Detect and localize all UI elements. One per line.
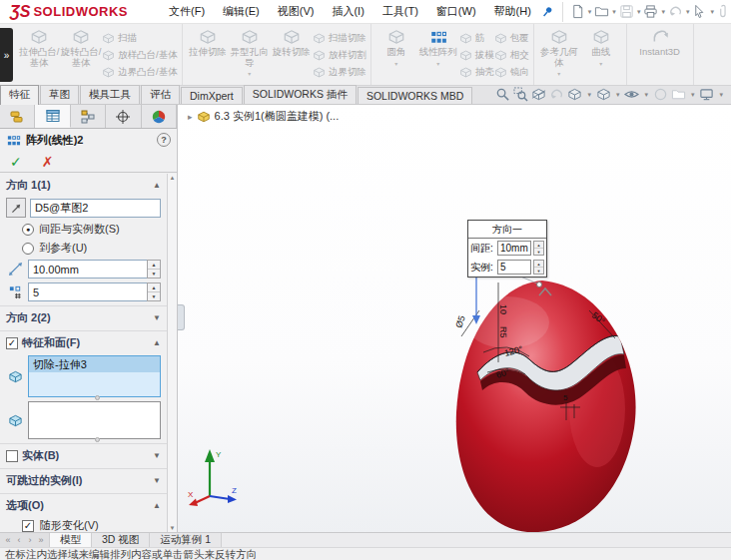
bodies-checkbox[interactable]: [6, 450, 18, 462]
list-item[interactable]: 切除-拉伸3: [29, 356, 160, 372]
direction1-callout[interactable]: 方向一 间距: 10mm ▲▼ 实例: 5 ▲▼: [467, 220, 547, 278]
callout-anchor[interactable]: [537, 282, 542, 287]
hide-show-items-icon[interactable]: [624, 87, 639, 102]
graphics-viewport[interactable]: ▸ 6.3 实例1(椭圆盖建模) (...: [178, 105, 731, 532]
spinner-up-icon[interactable]: ▲: [534, 261, 543, 268]
ribbon-button-boundary-boss[interactable]: 边界凸台/基体: [102, 64, 178, 81]
save-dropdown-icon[interactable]: ▾: [635, 8, 643, 16]
callout-spacing-input[interactable]: 10mm: [497, 241, 531, 256]
ribbon-button-rib[interactable]: 筋: [459, 30, 494, 47]
view-orientation-icon[interactable]: [567, 87, 582, 102]
ribbon-button-extruded-cut[interactable]: 拉伸切除: [187, 27, 229, 58]
radio-up-to-reference[interactable]: 到参考(U): [0, 239, 167, 258]
undo-dropdown-icon[interactable]: ▾: [684, 8, 692, 16]
pm-tab-dimxpertmanager[interactable]: [106, 105, 141, 128]
features-faces-checkbox[interactable]: ✓: [6, 337, 18, 349]
section-view-icon[interactable]: [531, 87, 546, 102]
dimension-5[interactable]: 5: [563, 393, 568, 402]
open-file-button[interactable]: [593, 2, 610, 22]
scroll-left-icon[interactable]: ‹: [14, 535, 24, 545]
spinner-down-icon[interactable]: ▼: [148, 292, 160, 300]
rebuild-button[interactable]: [716, 2, 731, 22]
save-button[interactable]: [618, 2, 635, 22]
dropdown-icon[interactable]: ▾: [557, 69, 560, 80]
print-dropdown-icon[interactable]: ▾: [659, 8, 667, 16]
print-button[interactable]: [642, 2, 659, 22]
section-instances-to-skip[interactable]: 可跳过的实例(I) ▼: [0, 468, 167, 491]
instance-count-stepper[interactable]: ▲▼: [147, 282, 161, 301]
panel-scrollbar[interactable]: ▲ ▼: [167, 174, 177, 532]
ribbon-button-extruded-boss[interactable]: 拉伸凸台/基体: [18, 27, 60, 68]
view-settings-dropdown-icon[interactable]: ▾: [717, 91, 725, 99]
spinner-up-icon[interactable]: ▲: [534, 242, 543, 249]
select-dropdown-icon[interactable]: ▾: [708, 8, 716, 16]
ribbon-button-shell[interactable]: 抽壳: [459, 64, 494, 81]
previous-view-icon[interactable]: [549, 87, 564, 102]
section-options[interactable]: 选项(O) ▲: [0, 493, 167, 516]
pm-tab-configurationmanager[interactable]: [71, 105, 106, 128]
instance-count-input[interactable]: 5: [28, 282, 147, 301]
ribbon-button-reference-geometry[interactable]: 参考几何体▾: [538, 27, 580, 80]
ribbon-button-swept-cut[interactable]: 扫描切除: [313, 30, 366, 47]
spacing-input[interactable]: 10.00mm: [28, 260, 147, 279]
tab-features[interactable]: 特征: [0, 85, 39, 105]
scroll-right-icon[interactable]: ›: [25, 535, 35, 545]
ribbon-button-wrap[interactable]: 包覆: [494, 30, 529, 47]
listbox-resize-handle[interactable]: [95, 395, 100, 400]
edit-appearance-icon[interactable]: [653, 87, 668, 102]
panel-collapse-strip[interactable]: »: [0, 28, 13, 82]
dimension-diameter[interactable]: Ø5: [453, 314, 466, 329]
ribbon-button-mirror[interactable]: 镜向: [494, 64, 529, 81]
faces-list[interactable]: [28, 401, 161, 439]
menu-item-view[interactable]: 视图(V): [269, 1, 324, 22]
view-orientation-dropdown-icon[interactable]: ▾: [585, 91, 593, 99]
select-button[interactable]: [691, 2, 708, 22]
new-file-button[interactable]: [569, 2, 586, 22]
display-style-icon[interactable]: [596, 87, 611, 102]
spinner-down-icon[interactable]: ▼: [148, 270, 160, 278]
tab-sketch[interactable]: 草图: [40, 85, 79, 104]
ribbon-button-boundary-cut[interactable]: 边界切除: [313, 64, 366, 81]
pm-tab-displaymanager[interactable]: [142, 105, 177, 128]
zoom-area-icon[interactable]: [513, 87, 528, 102]
apply-scene-dropdown-icon[interactable]: ▾: [689, 91, 697, 99]
ribbon-button-curves[interactable]: 曲线▾: [580, 27, 622, 69]
section-direction1[interactable]: 方向 1(1) ▲: [0, 174, 167, 196]
menu-item-file[interactable]: 文件(F): [160, 1, 214, 22]
apply-scene-icon[interactable]: [671, 87, 686, 102]
ribbon-button-lofted-boss[interactable]: 放样凸台/基体: [102, 47, 178, 64]
ribbon-button-lofted-cut[interactable]: 放样切割: [313, 47, 366, 64]
dimension-radius[interactable]: R5: [498, 326, 508, 338]
cancel-button[interactable]: ✗: [42, 154, 54, 170]
checkbox-vary-sketch[interactable]: ✓ 随形变化(V): [0, 516, 167, 532]
ribbon-button-swept-boss[interactable]: 扫描: [102, 30, 178, 47]
callout-instances-input[interactable]: 5: [497, 260, 531, 275]
scroll-last-icon[interactable]: »: [36, 535, 46, 545]
menu-item-window[interactable]: 窗口(W): [427, 1, 485, 22]
tab-dimxpert[interactable]: DimXpert: [181, 87, 243, 104]
menu-item-help[interactable]: 帮助(H): [485, 1, 540, 22]
pm-tab-featuremanager[interactable]: [0, 105, 35, 128]
new-file-dropdown-icon[interactable]: ▾: [586, 8, 594, 16]
ribbon-button-fillet[interactable]: 圆角▾: [375, 27, 417, 69]
menu-item-edit[interactable]: 编辑(E): [214, 1, 269, 22]
tab-solidworks-addins[interactable]: SOLIDWORKS 插件: [244, 85, 357, 104]
ribbon-button-intersect[interactable]: 相交: [494, 47, 529, 64]
dropdown-icon[interactable]: ▾: [394, 59, 397, 70]
tab-motion-study[interactable]: 运动算例 1: [150, 533, 222, 547]
pm-tab-propertymanager[interactable]: [35, 105, 70, 128]
ribbon-button-draft[interactable]: 拔模: [459, 47, 494, 64]
menu-item-insert[interactable]: 插入(I): [323, 1, 372, 22]
radio-spacing-instances[interactable]: ● 间距与实例数(S): [0, 220, 167, 239]
undo-button[interactable]: [667, 2, 684, 22]
spinner-down-icon[interactable]: ▼: [534, 268, 543, 274]
dropdown-icon[interactable]: ▾: [436, 59, 439, 70]
ribbon-button-hole-wizard[interactable]: 异型孔向导▾: [229, 27, 271, 80]
display-style-dropdown-icon[interactable]: ▾: [614, 91, 622, 99]
ribbon-button-revolved-cut[interactable]: 旋转切除: [271, 27, 313, 58]
direction-reference-field[interactable]: D5@草图2: [30, 199, 161, 218]
ribbon-button-linear-pattern[interactable]: 线性阵列▾: [417, 27, 459, 69]
section-direction2[interactable]: 方向 2(2) ▼: [0, 305, 167, 328]
section-bodies[interactable]: 实体(B) ▼: [0, 443, 167, 466]
dropdown-icon[interactable]: ▾: [599, 59, 602, 70]
